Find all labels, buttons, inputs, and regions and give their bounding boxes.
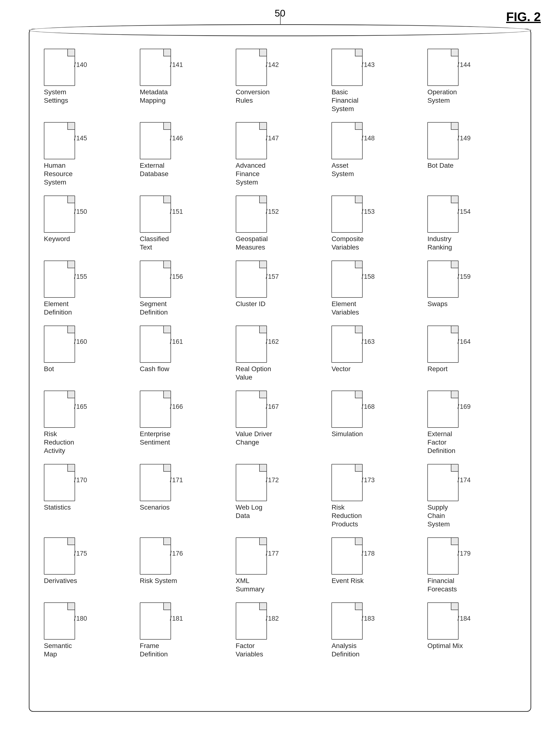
list-item: 157Cluster ID xyxy=(236,260,324,316)
list-item: 164Report xyxy=(427,325,516,382)
item-number: 174 xyxy=(458,477,471,484)
item-number: 181 xyxy=(170,615,183,622)
list-item: 149Bot Date xyxy=(427,122,516,186)
list-item: 183Analysis Definition xyxy=(331,602,420,658)
db-number-label: 50 xyxy=(275,8,285,19)
list-item: 140System Settings xyxy=(44,49,133,113)
item-label: Frame Definition xyxy=(140,642,178,658)
item-label: Derivatives xyxy=(44,577,77,585)
list-item: 162Real Option Value xyxy=(236,325,324,382)
list-item: 160Bot xyxy=(44,325,133,382)
item-number: 183 xyxy=(362,615,375,622)
document-icon: 161 xyxy=(140,325,171,363)
item-number: 140 xyxy=(74,61,87,69)
document-icon: 167 xyxy=(236,391,267,428)
item-label: Conversion Rules xyxy=(236,88,274,105)
list-item: 177XML Summary xyxy=(236,537,324,593)
item-label: Classified Text xyxy=(140,235,178,251)
item-label: Industry Ranking xyxy=(427,235,466,251)
item-number: 177 xyxy=(266,550,279,557)
item-label: Optimal Mix xyxy=(427,642,463,650)
item-number: 173 xyxy=(362,477,375,484)
document-icon: 164 xyxy=(427,325,459,363)
document-icon: 184 xyxy=(427,602,459,640)
item-number: 170 xyxy=(74,477,87,484)
item-number: 178 xyxy=(362,550,375,557)
item-label: Risk Reduction Products xyxy=(331,503,370,528)
item-label: Financial Forecasts xyxy=(427,577,466,593)
document-icon: 141 xyxy=(140,49,171,86)
item-number: 147 xyxy=(266,135,279,142)
document-icon: 151 xyxy=(140,195,171,233)
document-icon: 140 xyxy=(44,49,75,86)
item-label: Risk System xyxy=(140,577,177,585)
document-icon: 173 xyxy=(331,464,363,501)
item-number: 152 xyxy=(266,208,279,215)
item-label: Bot Date xyxy=(427,161,454,170)
item-label: Segment Definition xyxy=(140,300,178,316)
item-number: 163 xyxy=(362,338,375,345)
item-number: 179 xyxy=(458,550,471,557)
list-item: 151Classified Text xyxy=(140,195,229,251)
document-icon: 176 xyxy=(140,537,171,575)
item-number: 156 xyxy=(170,273,183,280)
list-item: 179Financial Forecasts xyxy=(427,537,516,593)
item-number: 176 xyxy=(170,550,183,557)
item-label: Value Driver Change xyxy=(236,430,274,447)
list-item: 159Swaps xyxy=(427,260,516,316)
list-item: 141Metadata Mapping xyxy=(140,49,229,113)
figure-label: FIG. 2 xyxy=(506,10,541,24)
document-icon: 154 xyxy=(427,195,459,233)
item-number: 143 xyxy=(362,61,375,69)
list-item: 163Vector xyxy=(331,325,420,382)
document-icon: 150 xyxy=(44,195,75,233)
list-item: 143Basic Financial System xyxy=(331,49,420,113)
item-number: 165 xyxy=(74,403,87,411)
item-number: 167 xyxy=(266,403,279,411)
item-label: XML Summary xyxy=(236,577,274,593)
item-label: Metadata Mapping xyxy=(140,88,178,105)
list-item: 153Composite Variables xyxy=(331,195,420,251)
item-label: Vector xyxy=(331,364,350,373)
document-icon: 165 xyxy=(44,391,75,428)
list-item: 180Semantic Map xyxy=(44,602,133,658)
item-number: 144 xyxy=(458,61,471,69)
item-label: Bot xyxy=(44,364,54,373)
item-label: Human Resource System xyxy=(44,161,82,186)
list-item: 173Risk Reduction Products xyxy=(331,464,420,528)
item-number: 154 xyxy=(458,208,471,215)
document-icon: 162 xyxy=(236,325,267,363)
document-icon: 142 xyxy=(236,49,267,86)
document-icon: 174 xyxy=(427,464,459,501)
item-number: 172 xyxy=(266,477,279,484)
item-number: 169 xyxy=(458,403,471,411)
item-label: Keyword xyxy=(44,235,70,243)
item-label: Swaps xyxy=(427,300,448,308)
item-number: 161 xyxy=(170,338,183,345)
list-item: 148Asset System xyxy=(331,122,420,186)
item-number: 184 xyxy=(458,615,471,622)
list-item: 147Advanced Finance System xyxy=(236,122,324,186)
item-number: 153 xyxy=(362,208,375,215)
item-number: 146 xyxy=(170,135,183,142)
item-number: 151 xyxy=(170,208,183,215)
item-number: 155 xyxy=(74,273,87,280)
item-label: Simulation xyxy=(331,430,363,438)
item-number: 142 xyxy=(266,61,279,69)
list-item: 168Simulation xyxy=(331,391,420,455)
document-icon: 159 xyxy=(427,260,459,298)
item-label: Composite Variables xyxy=(331,235,370,251)
item-label: Semantic Map xyxy=(44,642,82,658)
document-icon: 160 xyxy=(44,325,75,363)
item-label: Operation System xyxy=(427,88,466,105)
item-label: Element Variables xyxy=(331,300,370,316)
document-icon: 143 xyxy=(331,49,363,86)
item-label: Asset System xyxy=(331,161,370,178)
document-icon: 156 xyxy=(140,260,171,298)
item-number: 168 xyxy=(362,403,375,411)
list-item: 142Conversion Rules xyxy=(236,49,324,113)
item-number: 182 xyxy=(266,615,279,622)
document-icon: 147 xyxy=(236,122,267,159)
item-number: 171 xyxy=(170,477,183,484)
item-label: Scenarios xyxy=(140,503,170,512)
